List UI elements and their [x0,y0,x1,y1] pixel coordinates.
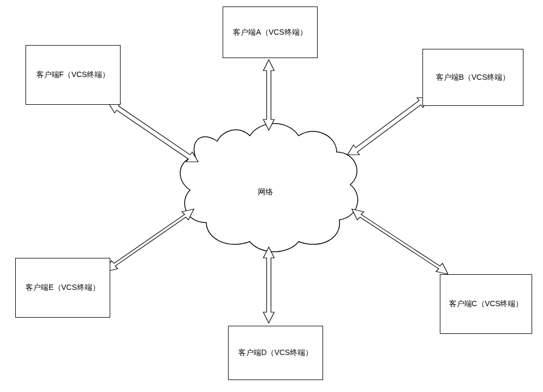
client-a-label: 客户端A（VCS终端） [233,28,307,37]
client-d-box: 客户端D（VCS终端） [228,326,323,380]
arrow-a [263,60,274,130]
arrow-b [348,98,429,155]
client-c-box: 客户端C（VCS终端） [440,274,532,334]
client-a-box: 客户端A（VCS终端） [223,7,318,58]
network-label: 网络 [258,187,273,197]
arrow-f [109,103,198,162]
arrow-d [263,247,274,323]
arrow-c [352,209,448,274]
client-f-box: 客户端F（VCS终端） [26,45,121,105]
client-c-label: 客户端C（VCS终端） [449,299,523,309]
client-e-box: 客户端E（VCS终端） [15,258,110,318]
client-b-box: 客户端B（VCS终端） [422,49,523,106]
client-d-label: 客户端D（VCS终端） [238,348,313,358]
client-b-label: 客户端B（VCS终端） [436,73,510,83]
client-e-label: 客户端E（VCS终端） [26,283,99,293]
client-f-label: 客户端F（VCS终端） [36,70,110,80]
arrow-e [106,209,194,271]
